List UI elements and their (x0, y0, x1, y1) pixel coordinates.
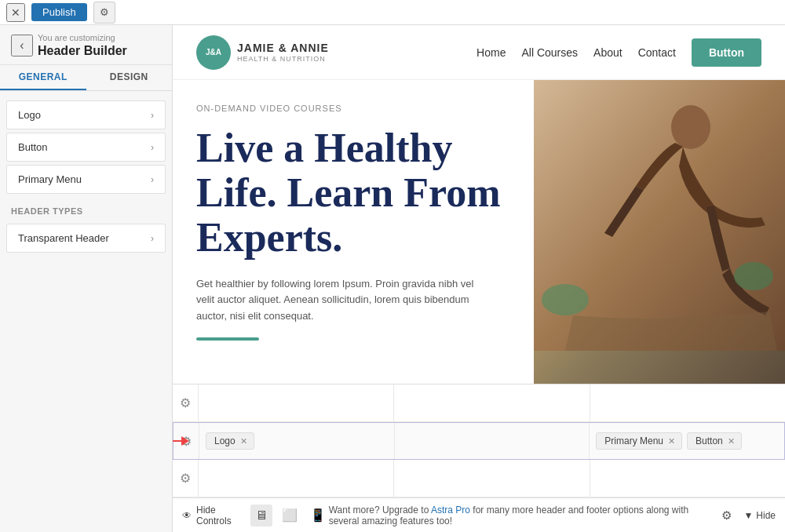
row2-col1[interactable]: Logo ✕ (199, 423, 394, 459)
row1-col2[interactable] (393, 384, 589, 421)
nav-cta-button[interactable]: Button (692, 38, 761, 67)
top-bar: ✕ Publish ⚙ (0, 0, 785, 25)
svg-point-1 (671, 105, 710, 149)
eye-icon: 👁 (182, 510, 192, 521)
site-logo: J&A JAMIE & ANNIE HEALTH & NUTRITION (196, 35, 329, 70)
mobile-device-button[interactable]: 📱 (307, 505, 329, 527)
hide-button[interactable]: ▼ Hide (743, 510, 776, 521)
menu-item-primary-menu[interactable]: Primary Menu › (6, 165, 166, 194)
header-types-label: HEADER TYPES (0, 197, 172, 220)
hero-accent-bar (196, 337, 259, 341)
upgrade-message: Want more? Upgrade to Astra Pro for many… (329, 505, 716, 527)
upgrade-text: Want more? Upgrade to (329, 505, 429, 516)
tablet-device-button[interactable]: ⬜ (279, 505, 301, 527)
you-are-customizing-label: You are customizing (38, 33, 127, 42)
logo-tag-label: Logo (214, 435, 236, 446)
tab-design[interactable]: DESIGN (86, 65, 173, 90)
primary-menu-tag-close[interactable]: ✕ (668, 436, 675, 446)
row2-col3[interactable]: Primary Menu ✕ Button ✕ (589, 423, 784, 459)
logo-sub: HEALTH & NUTRITION (237, 55, 329, 64)
hero-tag: ON-DEMAND VIDEO COURSES (196, 104, 510, 113)
device-buttons: 🖥 ⬜ 📱 (250, 505, 329, 527)
left-panel: ‹ You are customizing Header Builder GEN… (0, 25, 173, 532)
row1-settings[interactable]: ⚙ (173, 395, 198, 410)
builder-area: ⚙ ⚙ Logo ✕ (173, 384, 785, 497)
svg-point-2 (542, 284, 589, 315)
arrow-indicator (173, 436, 189, 446)
bottom-bar: 👁 Hide Controls 🖥 ⬜ 📱 Want more? Upgrade… (173, 497, 785, 532)
chevron-down-icon: ▼ (743, 510, 753, 521)
hide-controls-label: Hide Controls (196, 505, 232, 527)
astra-pro-link[interactable]: Astra Pro (431, 505, 470, 516)
hero-section: ON-DEMAND VIDEO COURSES Live a Healthy L… (173, 80, 785, 384)
hero-description: Get healthier by following lorem Ipsum. … (196, 276, 479, 325)
nav-about[interactable]: About (593, 46, 623, 59)
menu-item-button[interactable]: Button › (6, 133, 166, 162)
button-tag-label: Button (696, 435, 723, 446)
site-header: J&A JAMIE & ANNIE HEALTH & NUTRITION Hom… (173, 25, 785, 80)
bottom-left: 👁 Hide Controls 🖥 ⬜ 📱 (182, 505, 329, 527)
menu-item-transparent-header[interactable]: Transparent Header › (6, 224, 166, 253)
panel-header: ‹ You are customizing Header Builder (0, 25, 172, 65)
button-tag[interactable]: Button ✕ (687, 432, 742, 450)
logo-tag[interactable]: Logo ✕ (206, 432, 254, 450)
button-tag-close[interactable]: ✕ (728, 436, 735, 446)
row2-col2[interactable] (394, 423, 590, 459)
hero-content: ON-DEMAND VIDEO COURSES Live a Healthy L… (173, 80, 534, 384)
nav-home[interactable]: Home (476, 46, 506, 59)
primary-menu-tag-label: Primary Menu (604, 435, 663, 446)
hero-person-illustration (534, 80, 785, 351)
panel-title: Header Builder (38, 44, 127, 58)
hide-controls-button[interactable]: 👁 Hide Controls (182, 505, 232, 527)
row1-col1[interactable] (198, 384, 393, 421)
desktop-device-button[interactable]: 🖥 (250, 505, 272, 527)
builder-row-1: ⚙ (173, 384, 785, 422)
back-button[interactable]: ‹ (11, 35, 33, 56)
logo-text: JAMIE & ANNIE HEALTH & NUTRITION (237, 42, 329, 64)
topbar-settings-button[interactable]: ⚙ (93, 2, 115, 24)
hero-title: Live a Healthy Life. Learn From Experts. (196, 126, 510, 261)
logo-circle: J&A (196, 35, 231, 70)
hide-label: Hide (756, 510, 776, 521)
site-nav: Home All Courses About Contact Button (476, 38, 761, 67)
nav-all-courses[interactable]: All Courses (521, 46, 578, 59)
tab-general[interactable]: GENERAL (0, 65, 86, 90)
row3-col3[interactable] (590, 460, 785, 497)
row3-settings[interactable]: ⚙ (173, 471, 198, 486)
svg-point-3 (734, 262, 773, 290)
bottom-gear-button[interactable]: ⚙ (715, 505, 737, 527)
close-button[interactable]: ✕ (6, 3, 25, 22)
main-layout: ‹ You are customizing Header Builder GEN… (0, 25, 785, 532)
row1-col3[interactable] (590, 384, 785, 421)
menu-items: Logo › Button › Primary Menu › HEADER TY… (0, 91, 172, 532)
bottom-right: ⚙ ▼ Hide (715, 505, 776, 527)
tabs: GENERAL DESIGN (0, 65, 172, 91)
menu-item-logo[interactable]: Logo › (6, 100, 166, 129)
builder-row-2: ⚙ Logo ✕ Primary Menu (173, 422, 785, 460)
publish-button[interactable]: Publish (31, 3, 87, 21)
logo-tag-close[interactable]: ✕ (240, 436, 247, 446)
builder-row-3: ⚙ (173, 460, 785, 497)
logo-name: JAMIE & ANNIE (237, 42, 329, 55)
chevron-icon: › (151, 233, 154, 244)
nav-contact[interactable]: Contact (638, 46, 676, 59)
chevron-icon: › (151, 110, 154, 121)
hero-image (534, 80, 785, 384)
chevron-icon: › (151, 174, 154, 185)
chevron-icon: › (151, 142, 154, 153)
row3-col1[interactable] (198, 460, 393, 497)
primary-menu-tag[interactable]: Primary Menu ✕ (596, 432, 682, 450)
preview-area: J&A JAMIE & ANNIE HEALTH & NUTRITION Hom… (173, 25, 785, 532)
row3-col2[interactable] (393, 460, 589, 497)
